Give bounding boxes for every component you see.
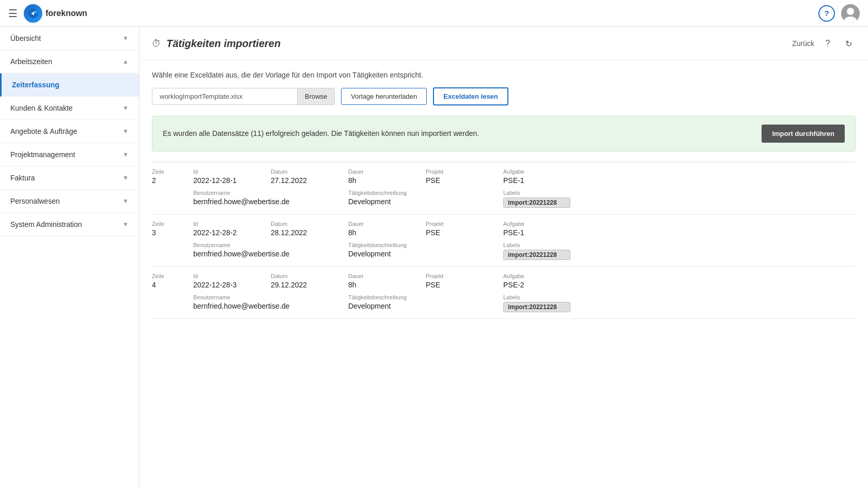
field-value-datum: 29.12.2022 — [271, 281, 338, 289]
field-label-zeile: Zeile — [152, 221, 183, 227]
record-line-bottom: Benutzername bernfried.howe@webertise.de… — [152, 294, 856, 312]
field-label-projekt: Projekt — [426, 169, 493, 175]
field-label-beschreibung: Tätigkeitsbeschreibung — [348, 294, 493, 300]
logo-text: foreknown — [45, 9, 87, 18]
success-text: Es wurden alle Datensätze (11) erfolgrei… — [163, 128, 479, 139]
field-value-dauer: 8h — [348, 176, 415, 185]
field-label-zeile: Zeile — [152, 273, 183, 279]
chevron-down-icon — [122, 197, 129, 205]
content-area: ⏱ Tätigkeiten importieren Zurück ? ↻ Wäh… — [140, 27, 868, 488]
sidebar-item-zeiterfassung[interactable]: Zeiterfassung — [0, 73, 139, 97]
field-group-id: Id 2022-12-28-1 — [193, 169, 271, 185]
sidebar-label-faktura: Faktura — [10, 174, 35, 182]
field-label-datum: Datum — [271, 169, 338, 175]
sidebar-label-angebote: Angebote & Aufträge — [10, 127, 77, 135]
sidebar-item-projektmanagement[interactable]: Projektmanagement — [0, 143, 139, 166]
field-group-aufgabe: Aufgabe PSE-2 — [503, 273, 581, 289]
record-line-bottom: Benutzername bernfried.howe@webertise.de… — [152, 242, 856, 260]
sidebar-item-faktura[interactable]: Faktura — [0, 166, 139, 190]
sidebar-label-ubersicht: Übersicht — [10, 34, 41, 42]
sidebar-item-arbeitszeiten[interactable]: Arbeitszeiten — [0, 50, 139, 73]
sidebar-label-sysadmin: System Administration — [10, 220, 82, 228]
main-layout: Übersicht Arbeitszeiten Zeiterfassung Ku… — [0, 27, 868, 488]
label-badge: import:20221228 — [503, 197, 570, 208]
chevron-down-icon — [122, 104, 129, 112]
sidebar-label-personalwesen: Personalwesen — [10, 197, 60, 205]
field-group-projekt: Projekt PSE — [426, 221, 503, 237]
field-label-projekt: Projekt — [426, 221, 493, 227]
field-group-zeile: Zeile 3 — [152, 221, 193, 237]
read-excel-button[interactable]: Exceldaten lesen — [433, 87, 508, 105]
field-group-aufgabe: Aufgabe PSE-1 — [503, 221, 581, 237]
field-value-benutzername: bernfried.howe@webertise.de — [193, 197, 338, 206]
chevron-up-icon — [122, 58, 129, 65]
field-group-datum: Datum 28.12.2022 — [271, 221, 348, 237]
sidebar-item-kunden[interactable]: Kunden & Kontakte — [0, 97, 139, 120]
refresh-icon-button[interactable]: ↻ — [841, 36, 856, 51]
success-banner: Es wurden alle Datensätze (11) erfolgrei… — [152, 116, 856, 151]
field-label-aufgabe: Aufgabe — [503, 221, 570, 227]
browse-button[interactable]: Browse — [297, 88, 334, 104]
field-group-dauer: Dauer 8h — [348, 169, 426, 185]
field-value-datum: 28.12.2022 — [271, 228, 338, 237]
table-row: Zeile 3 Id 2022-12-28-2 Datum 28.12.2022 — [152, 215, 856, 267]
field-label-labels: Labels — [503, 294, 570, 300]
download-template-button[interactable]: Vorlage herunterladen — [341, 88, 427, 105]
field-value-beschreibung: Development — [348, 197, 493, 206]
field-label-datum: Datum — [271, 273, 338, 279]
field-label-aufgabe: Aufgabe — [503, 273, 570, 279]
field-value-dauer: 8h — [348, 281, 415, 289]
field-label-id: Id — [193, 169, 260, 175]
user-avatar[interactable] — [841, 4, 860, 23]
field-group-id: Id 2022-12-28-2 — [193, 221, 271, 237]
subtitle-text: Wähle eine Exceldatei aus, die der Vorla… — [152, 71, 856, 79]
sidebar: Übersicht Arbeitszeiten Zeiterfassung Ku… — [0, 27, 140, 488]
field-value-aufgabe: PSE-1 — [503, 228, 570, 237]
field-group-labels: Labels import:20221228 — [503, 190, 581, 208]
page-actions: Zurück ? ↻ — [792, 36, 856, 51]
field-label-dauer: Dauer — [348, 273, 415, 279]
sidebar-item-angebote[interactable]: Angebote & Aufträge — [0, 120, 139, 143]
svg-point-1 — [34, 10, 37, 13]
field-label-id: Id — [193, 221, 260, 227]
field-label-benutzername: Benutzername — [193, 242, 338, 248]
field-value-zeile: 2 — [152, 176, 183, 185]
page-title: Tätigkeiten importieren — [166, 38, 281, 50]
field-value-benutzername: bernfried.howe@webertise.de — [193, 302, 338, 310]
field-value-id: 2022-12-28-3 — [193, 281, 260, 289]
field-label-beschreibung: Tätigkeitsbeschreibung — [348, 190, 493, 196]
field-label-labels: Labels — [503, 190, 570, 196]
top-help-button[interactable]: ? — [818, 5, 835, 22]
record-line-top: Zeile 2 Id 2022-12-28-1 Datum 27.12.2022 — [152, 169, 856, 185]
chevron-down-icon — [122, 174, 129, 181]
record-line-top: Zeile 3 Id 2022-12-28-2 Datum 28.12.2022 — [152, 221, 856, 237]
field-label-benutzername: Benutzername — [193, 294, 338, 300]
help-icon-button[interactable]: ? — [820, 36, 835, 51]
sidebar-item-ubersicht[interactable]: Übersicht — [0, 27, 139, 50]
field-group-benutzername: Benutzername bernfried.howe@webertise.de — [193, 294, 348, 310]
field-label-aufgabe: Aufgabe — [503, 169, 570, 175]
logo: foreknown — [24, 4, 87, 23]
field-group-datum: Datum 29.12.2022 — [271, 273, 348, 289]
field-group-labels: Labels import:20221228 — [503, 242, 581, 260]
label-badge: import:20221228 — [503, 302, 570, 312]
field-group-zeile: Zeile 2 — [152, 169, 193, 185]
field-group-labels: Labels import:20221228 — [503, 294, 581, 312]
field-value-datum: 27.12.2022 — [271, 176, 338, 185]
records-container: Zeile 2 Id 2022-12-28-1 Datum 27.12.2022 — [152, 162, 856, 319]
label-badge: import:20221228 — [503, 250, 570, 260]
field-value-zeile: 3 — [152, 228, 183, 237]
page-header: ⏱ Tätigkeiten importieren Zurück ? ↻ — [140, 27, 868, 60]
field-label-benutzername: Benutzername — [193, 190, 338, 196]
import-button[interactable]: Import durchführen — [762, 125, 845, 143]
sidebar-label-projektmanagement: Projektmanagement — [10, 150, 75, 159]
field-value-benutzername: bernfried.howe@webertise.de — [193, 250, 338, 258]
field-group-projekt: Projekt PSE — [426, 169, 503, 185]
sidebar-item-sysadmin[interactable]: System Administration — [0, 213, 139, 236]
svg-point-3 — [847, 8, 854, 15]
field-value-aufgabe: PSE-1 — [503, 176, 570, 185]
sidebar-item-personalwesen[interactable]: Personalwesen — [0, 190, 139, 213]
sidebar-label-zeiterfassung: Zeiterfassung — [12, 81, 59, 89]
hamburger-menu[interactable]: ☰ — [8, 7, 18, 20]
back-link[interactable]: Zurück — [792, 39, 814, 48]
